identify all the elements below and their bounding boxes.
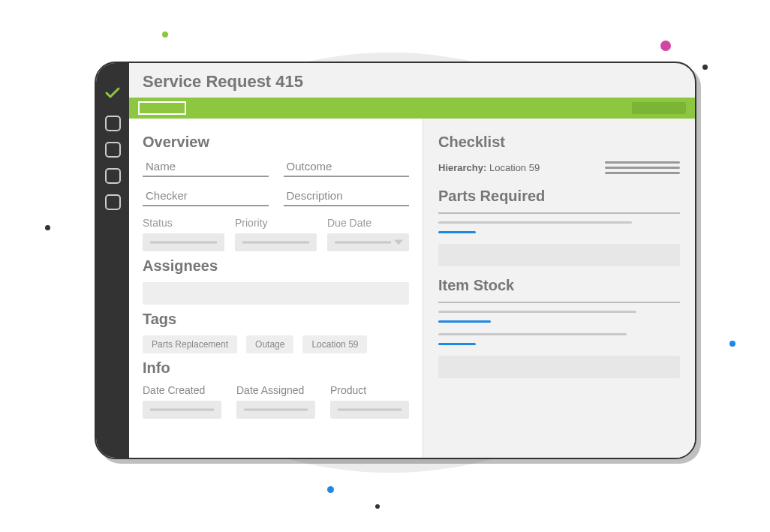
- decor-dot-dark-3: [375, 504, 380, 509]
- date-created-value: [143, 401, 221, 419]
- stock-line-1: [438, 311, 636, 313]
- info-heading: Info: [143, 359, 409, 377]
- decor-dot-pink: [660, 41, 671, 51]
- rail-checkbox-1[interactable]: [105, 116, 121, 131]
- divider: [438, 302, 680, 303]
- decor-dot-blue-1: [729, 341, 735, 347]
- product-label: Product: [330, 384, 409, 396]
- decor-dot-blue-2: [327, 486, 334, 493]
- checker-input[interactable]: [143, 205, 269, 206]
- description-label: Description: [284, 188, 410, 203]
- tablet-frame: Service Request 415 Overview Name Outcom…: [95, 62, 696, 459]
- description-input[interactable]: [284, 205, 410, 206]
- hierarchy-value: Location 59: [489, 162, 540, 173]
- menu-icon[interactable]: [605, 158, 680, 177]
- status-select[interactable]: [143, 233, 224, 251]
- hierarchy-text: Hierarchy: Location 59: [438, 162, 540, 173]
- item-stock-heading: Item Stock: [438, 277, 680, 294]
- hierarchy-label: Hierarchy:: [438, 162, 486, 173]
- side-rail: [96, 63, 129, 459]
- parts-link-1[interactable]: [438, 231, 476, 233]
- checklist-heading: Checklist: [438, 134, 680, 151]
- date-assigned-value: [236, 401, 315, 419]
- name-input[interactable]: [143, 176, 269, 177]
- left-pane: Overview Name Outcome Checker: [129, 119, 423, 458]
- decor-dot-green: [162, 32, 168, 38]
- parts-required-heading: Parts Required: [438, 188, 680, 205]
- content-area: Service Request 415 Overview Name Outcom…: [129, 63, 695, 458]
- stock-line-2: [438, 333, 627, 335]
- tags-heading: Tags: [143, 311, 409, 328]
- overview-heading: Overview: [143, 134, 409, 151]
- status-bar-field[interactable]: [138, 101, 186, 115]
- tag-parts-replacement[interactable]: Parts Replacement: [143, 335, 237, 353]
- outcome-label: Outcome: [284, 158, 410, 174]
- checker-label: Checker: [143, 188, 269, 203]
- tag-location-59[interactable]: Location 59: [302, 335, 367, 353]
- product-value: [330, 401, 409, 419]
- rail-checkbox-3[interactable]: [105, 168, 121, 184]
- right-pane: Checklist Hierarchy: Location 59 Parts R…: [423, 119, 695, 458]
- name-label: Name: [143, 158, 269, 174]
- tag-outage[interactable]: Outage: [246, 335, 293, 353]
- stock-item-box[interactable]: [438, 356, 680, 378]
- stock-link-2[interactable]: [438, 343, 476, 345]
- rail-checkbox-4[interactable]: [105, 194, 121, 210]
- outcome-input[interactable]: [284, 176, 410, 177]
- status-bar-button[interactable]: [632, 102, 686, 114]
- decor-dot-dark-2: [45, 225, 50, 230]
- priority-select[interactable]: [235, 233, 317, 251]
- priority-label: Priority: [235, 217, 317, 229]
- date-created-label: Date Created: [143, 384, 221, 396]
- decor-dot-dark-1: [702, 65, 708, 70]
- due-date-label: Due Date: [327, 217, 409, 229]
- stock-link-1[interactable]: [438, 320, 491, 323]
- date-assigned-label: Date Assigned: [236, 384, 315, 396]
- status-bar: [129, 98, 695, 119]
- status-label: Status: [143, 217, 224, 229]
- assignees-field[interactable]: [143, 282, 409, 305]
- parts-line-1: [438, 221, 632, 224]
- divider: [438, 212, 680, 214]
- assignees-heading: Assignees: [143, 257, 409, 275]
- rail-checkbox-2[interactable]: [105, 142, 121, 158]
- check-icon: [104, 84, 122, 105]
- parts-item-box[interactable]: [438, 244, 680, 266]
- due-date-select[interactable]: [327, 233, 409, 251]
- page-title: Service Request 415: [129, 63, 695, 98]
